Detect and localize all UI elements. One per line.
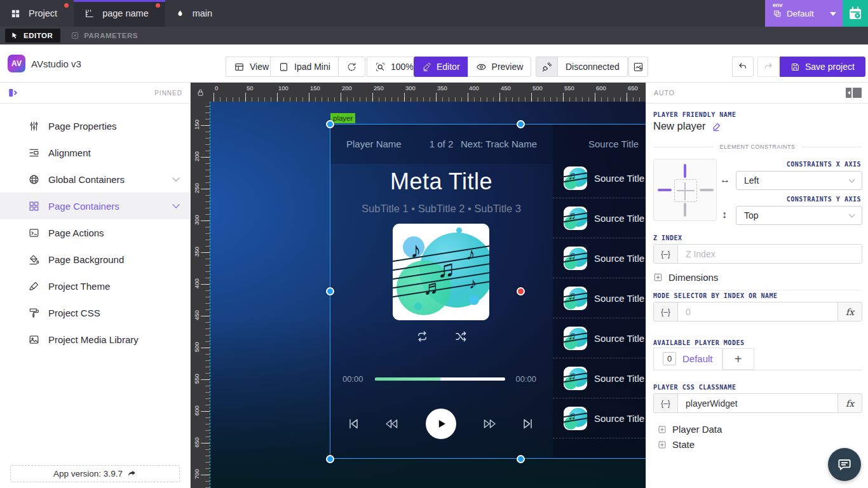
add-mode-button[interactable]: + (722, 348, 754, 370)
playlist-item[interactable]: ♫ Source Title (553, 318, 646, 358)
app-logo: AV (8, 55, 25, 72)
skip-next-icon[interactable] (520, 416, 536, 431)
globe-icon (28, 173, 40, 186)
connection-status-button[interactable]: Disconnected (557, 57, 628, 77)
chevron-down-icon (830, 12, 836, 16)
layout-icon (234, 62, 245, 72)
fx-button[interactable]: fx (837, 394, 862, 412)
tab-project[interactable]: Project (0, 0, 74, 27)
sidebar-item-project-media-library[interactable]: Project Media Library (0, 326, 190, 353)
h-ruler-label: 300 (405, 85, 416, 92)
constraints-y-select[interactable]: Top (736, 206, 862, 225)
rotate-device-button[interactable] (338, 57, 365, 77)
playlist-item[interactable]: ♫ Source Title (553, 398, 646, 438)
editor-mode-label: EDITOR (24, 32, 53, 39)
fast-forward-icon[interactable] (482, 416, 498, 431)
playlist-item[interactable]: ♫ Source Title (553, 198, 646, 238)
grid-icon (10, 8, 21, 19)
playlist-item[interactable]: ♫ Source Title (553, 358, 646, 398)
tab-page-name[interactable]: page name (74, 0, 165, 27)
subtitle: SubTitle 1 • SubTitle 2 • SubTitle 3 (330, 203, 553, 215)
playlist-item-title: Source Title (594, 213, 644, 224)
progress-row: 00:00 00:00 (330, 374, 553, 384)
playlist-item[interactable]: ♫ Source Title (553, 158, 646, 198)
progress-bar[interactable] (375, 377, 505, 381)
collapse-panel-button[interactable] (846, 88, 862, 98)
selection-handle-middle-left[interactable] (326, 287, 334, 295)
binding-button[interactable]: {–} (654, 245, 678, 263)
selection-handle-bottom-middle[interactable] (517, 455, 525, 463)
repeat-icon[interactable] (415, 329, 430, 344)
sidebar-item-project-theme[interactable]: Project Theme (0, 273, 190, 299)
sidebar-item-alignment[interactable]: Alignment (0, 139, 190, 166)
env-selector[interactable]: env Default (765, 0, 843, 27)
playlist-item[interactable]: ♫ Source Title (553, 238, 646, 278)
player-widget[interactable]: Player Name 1 of 2 Next: Track Name Meta… (330, 124, 646, 459)
binding-button[interactable]: {–} (654, 394, 678, 412)
parameters-mode-button[interactable]: PARAMETERS (71, 31, 138, 40)
playlist: ♫ Source Title ♫ Source Title (553, 158, 646, 438)
sidebar-item-label: Project CSS (48, 308, 100, 318)
skip-previous-icon[interactable] (346, 416, 361, 431)
sidebar-item-project-css[interactable]: Project CSS (0, 299, 190, 326)
app-version-button[interactable]: App version: 3.9.7 (10, 465, 180, 482)
h-ruler-label: 400 (469, 85, 479, 92)
tab-project-label: Project (29, 8, 57, 18)
selection-handle-top-left[interactable] (326, 120, 334, 128)
constraints-x-value: Left (744, 175, 759, 186)
toolbar: AV AVstudio v3 View Ipad Mini 100% Edito… (0, 44, 868, 83)
constraints-widget[interactable] (653, 159, 717, 221)
app-version-label: App version: 3.9.7 (53, 469, 123, 478)
view-button[interactable]: View (226, 57, 277, 77)
dimensions-expander[interactable]: Dimensions (653, 272, 718, 283)
undo-button[interactable] (732, 57, 754, 77)
sidebar-item-page-actions[interactable]: Page Actions (0, 219, 190, 246)
playlist-item-thumbnail: ♫ (564, 327, 587, 350)
selection-handle-top-middle[interactable] (517, 120, 525, 128)
guide-line (210, 102, 210, 488)
rewind-icon[interactable] (384, 416, 399, 431)
connection-icon-segment[interactable] (536, 57, 558, 77)
design-canvas[interactable]: Player Name 1 of 2 Next: Track Name Meta… (210, 102, 646, 488)
state-expander[interactable]: State (658, 439, 695, 450)
scheduler-button[interactable] (843, 0, 868, 27)
editor-tab-button[interactable]: Editor (414, 57, 468, 77)
play-button[interactable] (426, 409, 456, 439)
ruler-corner[interactable] (191, 83, 210, 102)
panel-pin-icon[interactable] (8, 87, 19, 98)
save-project-button[interactable]: Save project (780, 57, 865, 77)
sidebar-item-page-containers[interactable]: Page Containers (0, 193, 190, 219)
sidebar-item-page-properties[interactable]: Page Properties (0, 112, 190, 139)
mode-selector-input[interactable] (678, 302, 837, 321)
sidebar-item-page-background[interactable]: Page Background (0, 246, 190, 273)
stats-button[interactable] (628, 57, 648, 77)
sidebar-item-label: Project Media Library (48, 334, 139, 345)
tab-main[interactable]: main (165, 0, 229, 27)
redo-icon (763, 62, 773, 72)
device-button[interactable]: Ipad Mini (270, 57, 339, 77)
mode-tab-default[interactable]: 0 Default (653, 348, 722, 370)
parameters-mode-label: PARAMETERS (84, 32, 138, 39)
terminal-icon (28, 227, 40, 239)
fx-button[interactable]: fx (837, 302, 862, 321)
h-ruler-label: 550 (564, 85, 574, 92)
playlist-item[interactable]: ♫ Source Title (553, 278, 646, 318)
redo-button[interactable] (757, 57, 779, 77)
editor-mode-button[interactable]: EDITOR (5, 29, 60, 43)
z-index-input[interactable] (678, 245, 862, 263)
preview-tab-button[interactable]: Preview (468, 57, 532, 77)
constraints-x-select[interactable]: Left (736, 171, 862, 190)
player-data-expander[interactable]: Player Data (658, 424, 722, 435)
sidebar-item-global-containers[interactable]: Global Containers (0, 166, 190, 193)
brush-icon (28, 280, 40, 292)
chat-button[interactable] (828, 448, 861, 481)
selection-handle-bottom-left[interactable] (326, 455, 334, 463)
player-modes-label: AVAILABLE PLAYER MODES (653, 339, 744, 346)
edit-pencil-icon[interactable] (712, 121, 722, 132)
brand: AV AVstudio v3 (8, 55, 81, 72)
binding-button[interactable]: {–} (654, 302, 678, 321)
shuffle-icon[interactable] (454, 329, 468, 344)
selection-handle-center[interactable] (517, 287, 525, 295)
element-constraints-divider: ELEMENT CONSTRAINTS (653, 144, 862, 150)
css-classname-input[interactable] (678, 394, 837, 412)
